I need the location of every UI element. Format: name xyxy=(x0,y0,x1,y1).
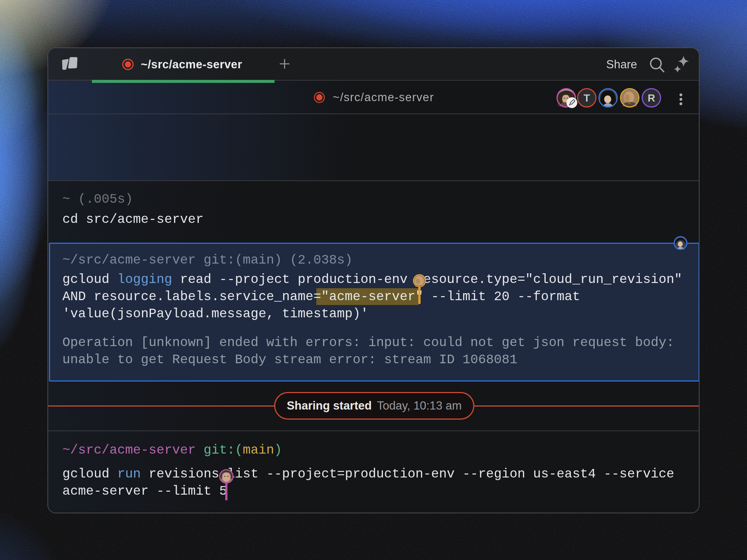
svg-text:R: R xyxy=(648,92,655,104)
svg-text:T: T xyxy=(583,92,590,104)
